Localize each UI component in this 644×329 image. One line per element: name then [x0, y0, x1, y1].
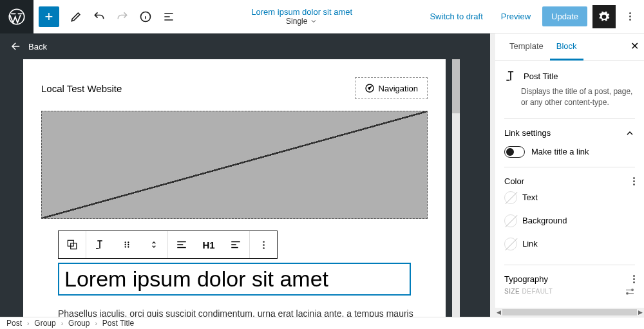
color-background-row[interactable]: Background — [504, 209, 635, 232]
block-more-button[interactable] — [250, 231, 277, 258]
settings-sidebar: Template Block ✕ Post Title Displays the… — [495, 33, 644, 317]
document-title: Lorem ipsum dolor sit amet — [180, 7, 423, 17]
back-button[interactable]: Back — [0, 33, 495, 59]
breadcrumb-item[interactable]: Group — [34, 319, 55, 328]
block-toolbar: H1 — [58, 230, 278, 259]
breadcrumb-item[interactable]: Group — [68, 319, 90, 328]
outline-icon[interactable] — [157, 5, 180, 28]
color-swatch-icon — [504, 214, 517, 227]
editor-panel: Back Local Test Website Navigation — [0, 33, 495, 317]
switch-to-draft-button[interactable]: Switch to draft — [423, 8, 489, 25]
svg-point-7 — [125, 244, 126, 245]
redo-icon[interactable] — [111, 5, 134, 28]
size-control-icon[interactable] — [625, 288, 635, 296]
color-swatch-icon — [504, 191, 517, 204]
breadcrumb-item[interactable]: Post Title — [102, 319, 134, 328]
svg-point-11 — [632, 289, 634, 291]
text-align-icon[interactable] — [222, 231, 249, 258]
update-button[interactable]: Update — [542, 6, 587, 26]
template-selector[interactable]: Single — [180, 17, 423, 26]
color-swatch-icon — [504, 238, 517, 250]
close-sidebar-button[interactable]: ✕ — [630, 40, 639, 52]
more-options-button[interactable] — [621, 5, 639, 28]
tab-template[interactable]: Template — [503, 33, 550, 60]
sidebar-tabs: Template Block ✕ — [495, 33, 644, 61]
top-toolbar: + Lorem ipsum dolor sit amet Single Swit… — [0, 0, 644, 33]
block-name: Post Title — [524, 71, 558, 81]
editor-canvas[interactable]: Local Test Website Navigation — [23, 59, 446, 317]
post-title-block[interactable]: Lorem ipsum dolor sit amet — [58, 263, 411, 296]
canvas-scrollbar[interactable] — [452, 59, 460, 317]
color-link-row[interactable]: Link — [504, 232, 635, 256]
block-description: Displays the title of a post, page, or a… — [521, 86, 635, 108]
color-options-icon[interactable] — [633, 177, 635, 185]
make-link-toggle[interactable] — [504, 146, 525, 158]
typography-panel[interactable]: Typography — [504, 274, 635, 284]
edit-icon[interactable] — [64, 5, 88, 28]
move-icon[interactable] — [140, 231, 167, 258]
wordpress-logo[interactable] — [0, 0, 33, 33]
breadcrumb: Post› Group› Group› Post Title — [0, 317, 644, 329]
svg-point-6 — [128, 241, 129, 243]
typography-options-icon[interactable] — [633, 275, 635, 283]
color-text-row[interactable]: Text — [504, 186, 635, 209]
title-icon[interactable] — [86, 231, 113, 258]
add-block-button[interactable]: + — [39, 6, 59, 27]
preview-button[interactable]: Preview — [495, 8, 537, 25]
post-title-icon — [504, 70, 517, 82]
chevron-up-icon — [625, 128, 635, 138]
breadcrumb-item[interactable]: Post — [6, 319, 22, 328]
align-icon[interactable] — [168, 231, 195, 258]
post-content[interactable]: Phasellus iaculis, orci quis suscipit co… — [58, 308, 428, 317]
info-icon[interactable] — [134, 5, 157, 28]
svg-point-10 — [128, 246, 129, 247]
block-type-icon[interactable] — [59, 231, 86, 258]
undo-icon[interactable] — [88, 5, 111, 28]
svg-point-12 — [627, 292, 629, 294]
tab-block[interactable]: Block — [550, 33, 583, 61]
color-panel[interactable]: Color — [504, 176, 635, 186]
settings-button[interactable] — [592, 5, 616, 28]
make-link-label: Make title a link — [531, 147, 589, 156]
navigation-block[interactable]: Navigation — [355, 77, 428, 99]
heading-level-button[interactable]: H1 — [195, 231, 222, 258]
featured-image-placeholder[interactable] — [41, 111, 428, 219]
document-title-area[interactable]: Lorem ipsum dolor sit amet Single — [180, 7, 423, 26]
svg-point-5 — [125, 241, 126, 243]
sidebar-hscrollbar[interactable]: ◀▶ — [495, 308, 644, 317]
svg-point-8 — [128, 244, 129, 245]
back-label: Back — [28, 42, 47, 52]
site-title[interactable]: Local Test Website — [41, 83, 122, 94]
link-settings-panel[interactable]: Link settings — [504, 128, 635, 138]
drag-handle-icon[interactable] — [113, 231, 140, 258]
svg-point-9 — [125, 246, 126, 247]
